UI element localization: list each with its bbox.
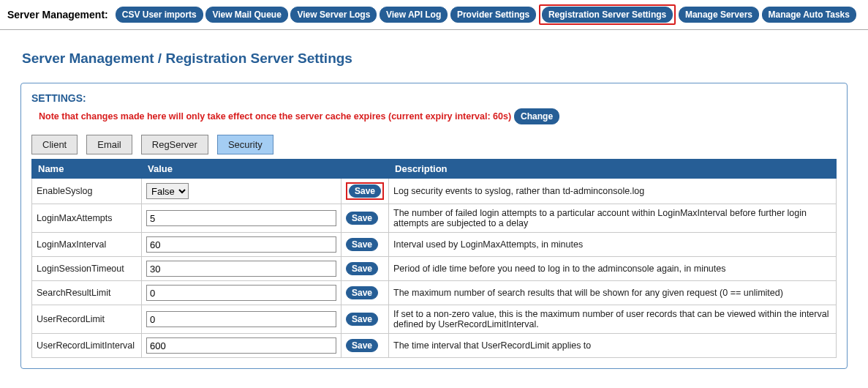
nav-link-manage-auto-tasks[interactable]: Manage Auto Tasks — [762, 7, 856, 23]
table-row: LoginSessionTimeoutSavePeriod of idle ti… — [32, 257, 837, 281]
table-header-row: Name Value Description — [32, 160, 837, 179]
save-button[interactable]: Save — [346, 212, 378, 225]
save-cell: Save — [341, 179, 389, 204]
save-cell: Save — [341, 281, 389, 305]
setting-value-cell — [142, 204, 341, 233]
save-cell: Save — [341, 233, 389, 257]
save-cell: Save — [341, 305, 389, 334]
col-header-value: Value — [142, 160, 389, 179]
table-row: UserRecordLimitSaveIf set to a non-zero … — [32, 305, 837, 334]
setting-input-userrecordlimit[interactable] — [146, 311, 336, 327]
table-row: EnableSyslogFalseTrueSaveLog security ev… — [32, 179, 837, 204]
topbar-label: Server Management: — [7, 9, 108, 20]
setting-value-cell — [142, 305, 341, 334]
nav-link-csv-user-imports[interactable]: CSV User imports — [116, 7, 203, 23]
setting-description: The maximum number of search results tha… — [389, 281, 837, 305]
tab-client[interactable]: Client — [31, 135, 78, 154]
change-button[interactable]: Change — [514, 108, 559, 124]
settings-table: Name Value Description EnableSyslogFalse… — [31, 159, 837, 358]
tab-security[interactable]: Security — [217, 135, 273, 154]
save-button[interactable]: Save — [346, 262, 378, 275]
nav-link-view-api-log[interactable]: View API Log — [380, 7, 448, 23]
setting-input-loginsessiontimeout[interactable] — [146, 261, 336, 277]
setting-description: Period of idle time before you need to l… — [389, 257, 837, 281]
save-button-highlight: Save — [346, 182, 384, 200]
setting-name: LoginSessionTimeout — [32, 257, 142, 281]
setting-value-cell: FalseTrue — [142, 179, 341, 204]
setting-description: If set to a non-zero value, this is the … — [389, 305, 837, 334]
setting-description: The time interval that UserRecordLimit a… — [389, 334, 837, 358]
tabs: ClientEmailRegServerSecurity — [31, 135, 837, 154]
setting-input-searchresultlimit[interactable] — [146, 285, 336, 301]
save-cell: Save — [341, 204, 389, 233]
table-row: SearchResultLimitSaveThe maximum number … — [32, 281, 837, 305]
note-text: Note that changes made here will only ta… — [39, 111, 511, 122]
setting-name: EnableSyslog — [32, 179, 142, 204]
nav-link-provider-settings[interactable]: Provider Settings — [450, 7, 536, 23]
setting-value-cell — [142, 233, 341, 257]
note-line: Note that changes made here will only ta… — [39, 108, 837, 124]
topbar: Server Management: CSV User imports View… — [0, 0, 868, 30]
nav-link-manage-servers[interactable]: Manage Servers — [679, 7, 759, 23]
setting-name: UserRecordLimitInterval — [32, 334, 142, 358]
setting-name: SearchResultLimit — [32, 281, 142, 305]
setting-value-cell — [142, 257, 341, 281]
nav-link-view-server-logs[interactable]: View Server Logs — [290, 7, 377, 23]
save-button[interactable]: Save — [346, 313, 378, 326]
tab-email[interactable]: Email — [86, 135, 132, 154]
col-header-name: Name — [32, 160, 142, 179]
setting-input-loginmaxinterval[interactable] — [146, 236, 336, 253]
table-row: LoginMaxAttemptsSaveThe number of failed… — [32, 204, 837, 233]
save-cell: Save — [341, 334, 389, 358]
setting-name: LoginMaxInterval — [32, 233, 142, 257]
settings-panel: SETTINGS: Note that changes made here wi… — [20, 83, 848, 369]
panel-header: SETTINGS: — [31, 92, 837, 104]
setting-description: Log security events to syslog, rather th… — [389, 179, 837, 204]
col-header-desc: Description — [389, 160, 837, 179]
table-row: UserRecordLimitIntervalSaveThe time inte… — [32, 334, 837, 358]
content-area: Server Management / Registration Server … — [0, 30, 868, 376]
setting-input-loginmaxattempts[interactable] — [146, 210, 336, 226]
page-title: Server Management / Registration Server … — [22, 51, 848, 67]
nav-link-highlight: Registration Server Settings — [539, 4, 676, 25]
save-button[interactable]: Save — [346, 339, 378, 352]
setting-value-cell — [142, 334, 341, 358]
nav-link-registration-server-settings[interactable]: Registration Server Settings — [542, 7, 673, 23]
setting-name: LoginMaxAttempts — [32, 204, 142, 233]
save-cell: Save — [341, 257, 389, 281]
setting-description: Interval used by LoginMaxAttempts, in mi… — [389, 233, 837, 257]
tab-regserver[interactable]: RegServer — [141, 135, 208, 154]
setting-value-cell — [142, 281, 341, 305]
nav-link-view-mail-queue[interactable]: View Mail Queue — [205, 7, 287, 23]
save-button[interactable]: Save — [346, 238, 378, 251]
save-button[interactable]: Save — [349, 184, 381, 198]
setting-description: The number of failed login attempts to a… — [389, 204, 837, 233]
setting-name: UserRecordLimit — [32, 305, 142, 334]
table-row: LoginMaxIntervalSaveInterval used by Log… — [32, 233, 837, 257]
setting-input-userrecordlimitinterval[interactable] — [146, 337, 336, 354]
setting-select-enablesyslog[interactable]: FalseTrue — [146, 183, 189, 199]
save-button[interactable]: Save — [346, 286, 378, 299]
